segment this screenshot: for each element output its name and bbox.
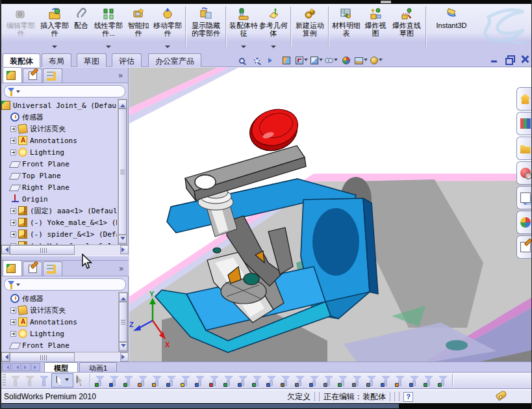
bill-of-materials-button[interactable]: 材料明细表 [331, 5, 361, 47]
first-tab-button[interactable] [2, 363, 11, 371]
scroll-thumb[interactable] [10, 352, 75, 362]
view-settings-icon[interactable] [370, 55, 383, 66]
scroll-down-arrow[interactable] [118, 235, 127, 244]
explode-line-sketch-button[interactable]: 爆炸直线草图 [390, 5, 424, 47]
expand-plus-box[interactable] [10, 126, 16, 132]
view-palette-icon[interactable] [516, 186, 532, 209]
filter-dropdown-icon[interactable] [16, 284, 20, 288]
filter-toggle-icon[interactable] [8, 373, 23, 388]
tree-vertical-scrollbar[interactable] [118, 99, 127, 244]
tree-item[interactable]: Lighting [1, 328, 117, 339]
scroll-right-arrow[interactable] [120, 352, 129, 362]
tab-configurationmanager-2[interactable] [43, 261, 62, 276]
tree-filter-input[interactable] [4, 85, 125, 98]
tab-sketch[interactable]: 草图 [77, 53, 107, 67]
magnified-selection-icon[interactable] [73, 373, 88, 388]
filter-midpoints-icon[interactable] [236, 373, 250, 388]
custom-properties-icon[interactable] [516, 235, 532, 259]
tree-item[interactable]: Annotations [1, 135, 117, 146]
next-tab-button[interactable] [21, 363, 31, 371]
expand-plus-box[interactable] [10, 308, 16, 313]
reference-geometry-dropdown[interactable] [271, 46, 276, 51]
filter-blocks-icon[interactable] [393, 373, 407, 388]
graphics-area[interactable]: Y Z X [129, 68, 532, 362]
filter-planes-icon[interactable] [179, 373, 193, 388]
exploded-view-button[interactable]: 爆炸视图 [361, 5, 390, 47]
scroll-left-arrow[interactable] [1, 352, 10, 362]
tree-horizontal-scrollbar[interactable] [1, 244, 129, 255]
zoom-to-area-icon[interactable] [250, 55, 263, 66]
view-orientation-icon[interactable] [295, 55, 308, 66]
tab-model[interactable]: 模型 [44, 362, 78, 372]
tree-item[interactable]: Top Plane [1, 170, 117, 181]
expand-plus-box[interactable] [10, 138, 16, 144]
tab-propertymanager-2[interactable] [23, 261, 42, 276]
tree-item[interactable]: Annotations [1, 316, 117, 328]
filter-faces-icon[interactable] [121, 373, 136, 388]
zoom-to-fit-icon[interactable] [235, 55, 248, 66]
tree-item[interactable]: (-) spider_&<1> (Defau [1, 228, 117, 240]
restore-button[interactable] [505, 55, 514, 63]
filter-connection-points-icon[interactable] [422, 373, 436, 388]
scroll-up-arrow[interactable] [119, 293, 127, 302]
panel-expand-chevron-2[interactable]: » [119, 264, 123, 273]
solidworks-resources-icon[interactable] [516, 87, 532, 111]
previous-view-icon[interactable] [265, 55, 278, 66]
edit-component-button[interactable]: 编辑零部件 [3, 5, 39, 47]
filter-datum-targets-icon[interactable] [364, 373, 379, 388]
edit-appearance-icon[interactable] [340, 55, 353, 66]
tab-featuremanager[interactable] [3, 67, 22, 83]
filter-centerlines-icon[interactable] [264, 373, 279, 388]
linear-component-pattern-button[interactable]: 线性零部件... [92, 5, 125, 47]
design-library-icon[interactable] [516, 112, 532, 135]
tree2-vertical-scrollbar[interactable] [118, 292, 128, 352]
tree-item[interactable]: Right Plane [1, 181, 117, 193]
tree-item[interactable]: 传感器 [1, 111, 117, 123]
linear-pattern-dropdown[interactable] [106, 46, 111, 51]
expand-plus-box[interactable] [10, 208, 16, 214]
solidworks-search-icon[interactable] [516, 161, 532, 185]
filter-solid-bodies-icon[interactable] [150, 373, 164, 388]
filter-dimensions-icon[interactable] [279, 373, 293, 388]
tab-layout[interactable]: 布局 [42, 53, 71, 67]
filter-annotations-icon[interactable] [407, 373, 422, 388]
toolbar-grip[interactable] [3, 374, 6, 387]
filter-surface-finish-symbols-icon[interactable] [293, 373, 307, 388]
scroll-thumb[interactable] [118, 109, 127, 235]
select-tool[interactable] [51, 373, 73, 388]
quick-tips-help-button[interactable]: ? [403, 392, 413, 402]
scroll-thumb[interactable] [119, 302, 127, 342]
reference-geometry-button[interactable]: 参考几何体 [259, 5, 288, 47]
mate-button[interactable]: 配合 [70, 5, 92, 47]
tree-item[interactable]: Lighting [1, 146, 117, 158]
insert-component-button[interactable]: 插入零部件 [39, 5, 70, 47]
clear-all-filters-icon[interactable] [23, 373, 37, 388]
filter-vertices-icon[interactable] [93, 373, 107, 388]
filter-routing-points-icon[interactable] [436, 373, 450, 388]
filter-datums-icon[interactable] [336, 373, 350, 388]
last-tab-button[interactable] [31, 363, 40, 371]
filter-geometric-tolerances-icon[interactable] [307, 373, 322, 388]
tab-assembly[interactable]: 装配体 [3, 53, 40, 67]
tree-item[interactable]: (固定) aaa<1> (Default [1, 205, 117, 217]
tree-item[interactable]: 设计活页夹 [1, 304, 117, 316]
assembly-features-button[interactable]: 装配体特征 [229, 5, 259, 47]
filter-notes-icon[interactable] [322, 373, 336, 388]
instant3d-button[interactable]: Instant3D [429, 5, 474, 47]
filter-dropdown-icon[interactable] [16, 90, 20, 95]
tree-filter-input-2[interactable] [4, 278, 126, 291]
filter-sketch-points-icon[interactable] [193, 373, 207, 388]
tab-propertymanager[interactable] [23, 68, 42, 83]
expand-plus-box[interactable] [10, 220, 16, 226]
show-hidden-components-button[interactable]: 显示隐藏的零部件 [188, 5, 223, 47]
tab-animation1[interactable]: 动画1 [79, 362, 117, 372]
filter-cosmetic-threads-icon[interactable] [379, 373, 393, 388]
filter-center-marks-icon[interactable] [250, 373, 264, 388]
scroll-thumb[interactable] [10, 245, 75, 255]
minimize-button[interactable] [490, 55, 499, 63]
tab-office-products[interactable]: 办公室产品 [148, 53, 201, 67]
apply-scene-icon[interactable] [355, 55, 368, 66]
tab-configurationmanager[interactable] [43, 68, 62, 83]
tab-evaluate[interactable]: 评估 [112, 53, 142, 67]
filter-weld-symbols-icon[interactable] [350, 373, 364, 388]
